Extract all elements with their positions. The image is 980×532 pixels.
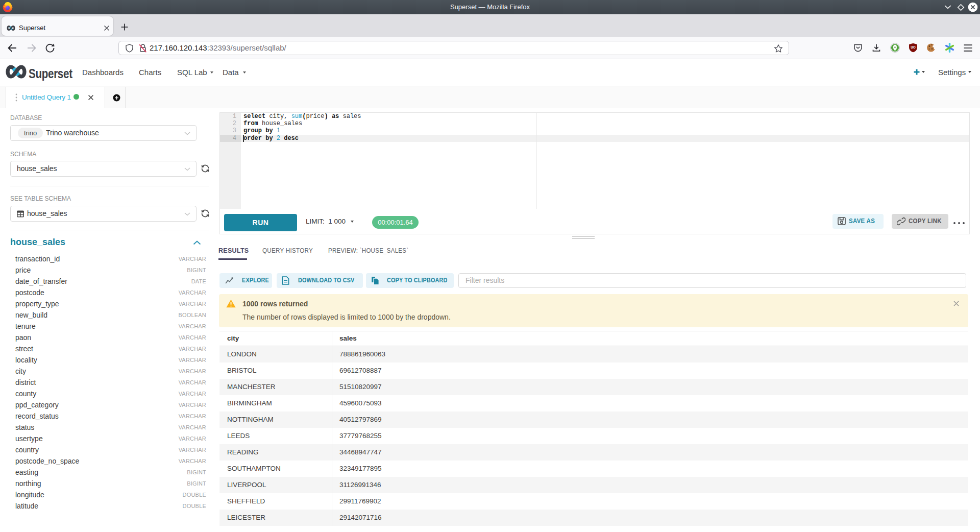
svg-text:UO: UO [911,45,916,49]
